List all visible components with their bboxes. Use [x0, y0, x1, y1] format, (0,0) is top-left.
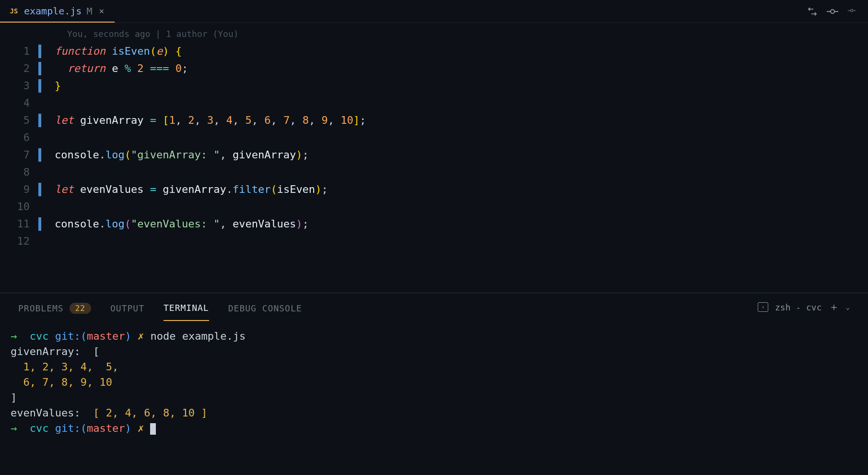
gutter-modified-marker — [38, 45, 41, 58]
code-content: let givenArray = [1, 2, 3, 4, 5, 6, 7, 8… — [55, 112, 366, 129]
tab-problems-label: PROBLEMS — [18, 303, 64, 313]
code-line[interactable]: 6 — [0, 129, 868, 146]
output-bracket-close: ] — [11, 392, 17, 404]
line-number: 6 — [0, 129, 38, 146]
tab-debug-console[interactable]: DEBUG CONSOLE — [228, 293, 302, 321]
prompt-dirty-indicator: ✗ — [138, 330, 144, 342]
prompt-arrow-2: → — [11, 422, 17, 434]
terminal-toolbar: › zsh - cvc ＋ ⌄ — [758, 300, 850, 314]
gutter-modified-marker — [38, 62, 41, 75]
commit-small-icon[interactable] — [847, 6, 858, 17]
line-number: 2 — [0, 60, 38, 77]
git-blame-annotation: You, seconds ago | 1 author (You) — [0, 29, 868, 39]
prompt-dir: cvc — [30, 330, 49, 342]
gutter-modified-marker — [38, 114, 41, 127]
terminal-shell-icon[interactable]: › — [758, 302, 768, 312]
code-area[interactable]: 1function isEven(e) {2 return e % 2 === … — [0, 43, 868, 293]
code-content: function isEven(e) { — [55, 43, 182, 60]
svg-point-3 — [851, 9, 853, 12]
gutter-modified-marker — [38, 166, 41, 179]
prompt-branch-2: master — [87, 422, 125, 434]
code-line[interactable]: 3} — [0, 77, 868, 95]
gutter-modified-marker — [38, 131, 41, 144]
code-line[interactable]: 7console.log("givenArray: ", givenArray)… — [0, 146, 868, 164]
compare-changes-icon[interactable] — [807, 6, 818, 17]
line-number: 11 — [0, 215, 38, 233]
code-content: return e % 2 === 0; — [55, 60, 188, 77]
prompt-paren-close: ) — [125, 330, 131, 342]
prompt-paren-open-2: ( — [81, 422, 87, 434]
code-line[interactable]: 4 — [0, 95, 868, 112]
output-even-label: evenValues: — [11, 407, 93, 419]
terminal-cursor — [150, 423, 156, 435]
commit-graph-icon[interactable] — [827, 6, 838, 17]
prompt-dirty-2: ✗ — [138, 422, 144, 434]
js-file-icon: JS — [9, 6, 19, 16]
gutter-modified-marker — [38, 96, 41, 110]
gutter-modified-marker — [38, 148, 41, 162]
line-number: 4 — [0, 95, 38, 112]
panel-tab-bar: PROBLEMS 22 OUTPUT TERMINAL DEBUG CONSOL… — [0, 293, 868, 321]
output-given-row1: 1, 2, 3, 4, 5, — [11, 361, 118, 373]
tab-output[interactable]: OUTPUT — [110, 293, 144, 321]
line-number: 5 — [0, 112, 38, 129]
output-given-label: givenArray: — [11, 345, 93, 357]
code-editor[interactable]: You, seconds ago | 1 author (You) 1funct… — [0, 23, 868, 293]
terminal-shell-label[interactable]: zsh - cvc — [775, 302, 822, 312]
tab-terminal[interactable]: TERMINAL — [164, 293, 209, 321]
code-content: console.log("givenArray: ", givenArray); — [55, 146, 309, 164]
problems-count-badge: 22 — [70, 303, 91, 314]
line-number: 12 — [0, 233, 38, 250]
terminal-command: node example.js — [150, 330, 246, 342]
new-terminal-icon[interactable]: ＋ — [829, 300, 839, 314]
code-line[interactable]: 5let givenArray = [1, 2, 3, 4, 5, 6, 7, … — [0, 112, 868, 129]
editor-tab-example-js[interactable]: JS example.js M × — [0, 0, 115, 23]
line-number: 10 — [0, 198, 38, 215]
gutter-modified-marker — [38, 183, 41, 196]
line-number: 7 — [0, 146, 38, 164]
terminal-dropdown-icon[interactable]: ⌄ — [846, 303, 850, 311]
line-number: 3 — [0, 77, 38, 95]
tab-problems[interactable]: PROBLEMS 22 — [18, 293, 91, 321]
code-line[interactable]: 12 — [0, 233, 868, 250]
tab-output-label: OUTPUT — [110, 303, 144, 313]
code-line[interactable]: 10 — [0, 198, 868, 215]
output-given-row2: 6, 7, 8, 9, 10 — [11, 376, 112, 388]
tab-terminal-label: TERMINAL — [164, 303, 209, 313]
prompt-dir-2: cvc — [30, 422, 49, 434]
tab-debug-label: DEBUG CONSOLE — [228, 303, 302, 313]
terminal-output[interactable]: → cvc git:(master) ✗ node example.js giv… — [0, 321, 868, 475]
prompt-git-label-2: git: — [55, 422, 81, 434]
gutter-modified-marker — [38, 235, 41, 248]
code-content: } — [55, 77, 61, 95]
code-line[interactable]: 11console.log("evenValues: ", evenValues… — [0, 215, 868, 233]
tab-bar: JS example.js M × — [0, 0, 868, 23]
line-number: 1 — [0, 43, 38, 60]
prompt-paren-close-2: ) — [125, 422, 131, 434]
code-line[interactable]: 8 — [0, 164, 868, 181]
output-even-values: [ 2, 4, 6, 8, 10 ] — [93, 407, 207, 419]
svg-point-0 — [831, 10, 834, 13]
code-line[interactable]: 9let evenValues = givenArray.filter(isEv… — [0, 181, 868, 198]
close-icon[interactable]: × — [97, 6, 106, 16]
prompt-git-label: git: — [55, 330, 81, 342]
code-content: console.log("evenValues: ", evenValues); — [55, 215, 309, 233]
code-content: let evenValues = givenArray.filter(isEve… — [55, 181, 328, 198]
code-line[interactable]: 2 return e % 2 === 0; — [0, 60, 868, 77]
tab-filename: example.js — [24, 5, 82, 17]
gutter-modified-marker — [38, 217, 41, 231]
output-bracket: [ — [93, 345, 99, 357]
prompt-paren-open: ( — [81, 330, 87, 342]
tab-modified-indicator: M — [86, 5, 92, 17]
prompt-branch: master — [87, 330, 125, 342]
prompt-arrow: → — [11, 330, 17, 342]
line-number: 8 — [0, 164, 38, 181]
code-line[interactable]: 1function isEven(e) { — [0, 43, 868, 60]
editor-toolbar — [807, 6, 868, 17]
bottom-panel: PROBLEMS 22 OUTPUT TERMINAL DEBUG CONSOL… — [0, 293, 868, 475]
gutter-modified-marker — [38, 79, 41, 93]
gutter-modified-marker — [38, 200, 41, 214]
line-number: 9 — [0, 181, 38, 198]
